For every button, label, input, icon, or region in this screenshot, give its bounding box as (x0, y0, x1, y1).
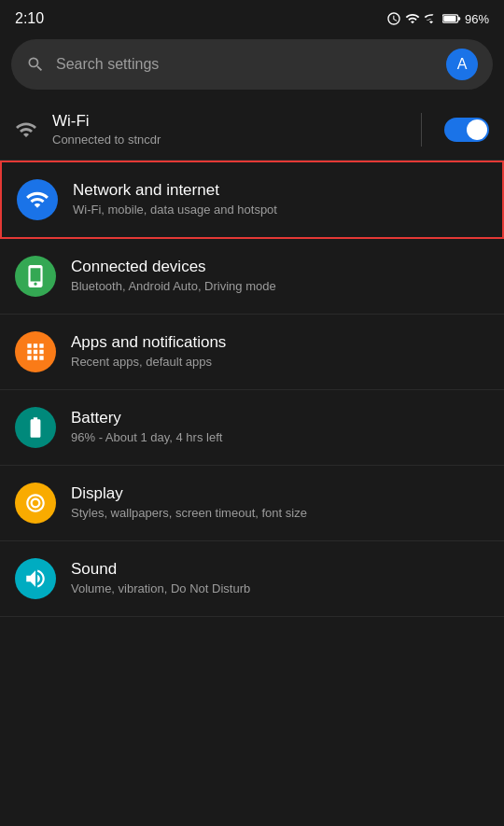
alarm-icon (386, 11, 401, 26)
display-icon (23, 491, 48, 515)
display-title: Display (71, 484, 489, 503)
network-icon-circle (17, 179, 58, 220)
status-time: 2:10 (15, 10, 44, 27)
display-text: Display Styles, wallpapers, screen timeo… (71, 484, 489, 522)
settings-item-battery[interactable]: Battery 96% - About 1 day, 4 hrs left (0, 390, 504, 466)
battery-icon-circle (15, 407, 56, 448)
settings-item-display[interactable]: Display Styles, wallpapers, screen timeo… (0, 466, 504, 541)
battery-icon (442, 11, 461, 26)
apps-text: Apps and notifications Recent apps, defa… (71, 333, 489, 371)
svg-rect-2 (458, 17, 461, 20)
connected-devices-icon (23, 264, 48, 288)
network-text: Network and internet Wi-Fi, mobile, data… (73, 181, 487, 218)
wifi-divider (421, 113, 422, 147)
toggle-knob (467, 119, 487, 140)
signal-icon (424, 11, 439, 26)
wifi-status-icon (405, 11, 420, 26)
battery-title: Battery (71, 409, 489, 427)
wifi-toggle[interactable] (444, 118, 489, 142)
search-icon (26, 55, 45, 74)
wifi-title: Wi-Fi (52, 112, 399, 131)
svg-rect-1 (443, 16, 455, 21)
display-icon-circle (15, 483, 56, 524)
sound-icon (23, 567, 48, 591)
settings-item-network[interactable]: Network and internet Wi-Fi, mobile, data… (0, 161, 504, 239)
battery-text: Battery 96% - About 1 day, 4 hrs left (71, 409, 489, 446)
wifi-text: Wi-Fi Connected to stncdr (52, 112, 399, 147)
display-subtitle: Styles, wallpapers, screen timeout, font… (71, 505, 489, 522)
sound-icon-circle (15, 558, 56, 599)
status-icons: 96% (386, 11, 489, 26)
network-title: Network and internet (73, 181, 487, 200)
status-bar: 2:10 96% (0, 0, 504, 34)
connected-devices-icon-circle (15, 256, 56, 297)
network-icon (25, 188, 49, 212)
sound-text: Sound Volume, vibration, Do Not Disturb (71, 560, 489, 597)
network-subtitle: Wi-Fi, mobile, data usage and hotspot (73, 202, 487, 218)
settings-item-apps[interactable]: Apps and notifications Recent apps, defa… (0, 315, 504, 390)
apps-icon-circle (15, 331, 56, 372)
sound-subtitle: Volume, vibration, Do Not Disturb (71, 581, 489, 597)
wifi-item[interactable]: Wi-Fi Connected to stncdr (0, 99, 504, 161)
connected-devices-title: Connected devices (71, 258, 489, 276)
apps-title: Apps and notifications (71, 333, 489, 352)
settings-item-sound[interactable]: Sound Volume, vibration, Do Not Disturb (0, 541, 504, 617)
connected-devices-text: Connected devices Bluetooth, Android Aut… (71, 258, 489, 295)
settings-list: Network and internet Wi-Fi, mobile, data… (0, 161, 504, 617)
apps-icon (23, 340, 48, 364)
search-bar[interactable]: Search settings A (11, 39, 493, 90)
sound-title: Sound (71, 560, 489, 579)
avatar[interactable]: A (446, 49, 478, 80)
connected-devices-subtitle: Bluetooth, Android Auto, Driving mode (71, 278, 489, 295)
wifi-subtitle: Connected to stncdr (52, 133, 399, 147)
battery-percentage: 96% (465, 12, 489, 26)
battery-subtitle: 96% - About 1 day, 4 hrs left (71, 429, 489, 446)
wifi-icon (15, 119, 37, 141)
search-placeholder: Search settings (56, 56, 435, 73)
apps-subtitle: Recent apps, default apps (71, 354, 489, 371)
settings-item-connected-devices[interactable]: Connected devices Bluetooth, Android Aut… (0, 239, 504, 315)
battery-settings-icon (23, 415, 48, 440)
